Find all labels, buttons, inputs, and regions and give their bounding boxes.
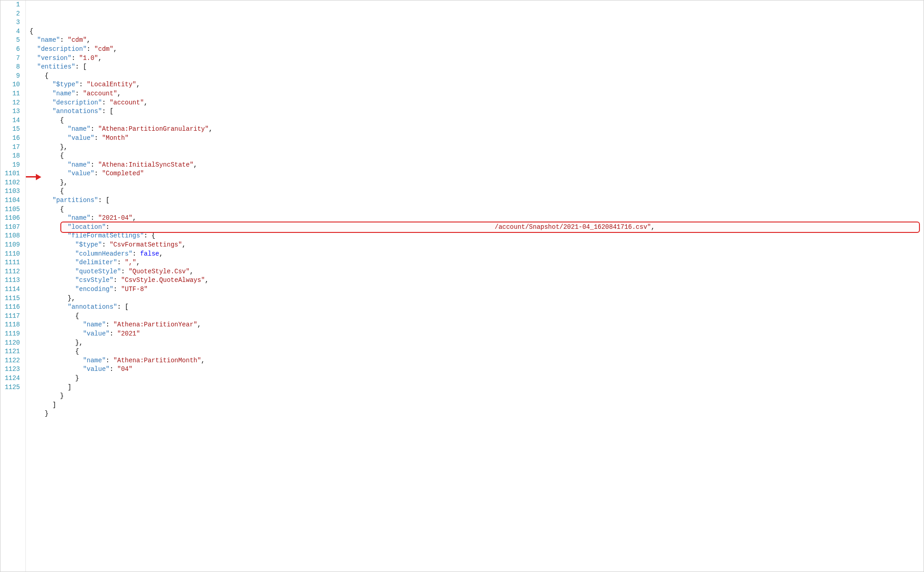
code-line[interactable]: }, bbox=[29, 143, 924, 152]
code-line[interactable]: "annotations": [ bbox=[29, 303, 924, 312]
code-line[interactable]: }, bbox=[29, 294, 924, 303]
code-line[interactable]: { bbox=[29, 205, 924, 214]
token-sp bbox=[29, 161, 68, 168]
token-sp bbox=[29, 108, 52, 115]
token-punc: , bbox=[133, 214, 136, 222]
code-line[interactable]: "name": "Athena:InitialSyncState", bbox=[29, 161, 924, 170]
line-number: 1102 bbox=[4, 178, 20, 187]
code-line[interactable]: "value": "2021" bbox=[29, 330, 924, 339]
token-sp bbox=[29, 134, 68, 142]
code-line[interactable]: ] bbox=[29, 401, 924, 410]
code-line[interactable]: { bbox=[29, 312, 924, 321]
line-number: 1113 bbox=[4, 276, 20, 285]
code-line[interactable]: "partitions": [ bbox=[29, 196, 924, 205]
token-sp bbox=[29, 357, 83, 364]
code-line[interactable]: "description": "account", bbox=[29, 99, 924, 108]
token-punc: : bbox=[102, 241, 110, 248]
token-punc: , bbox=[136, 81, 140, 88]
code-line[interactable]: { bbox=[29, 187, 924, 196]
code-line[interactable]: "location": /account/Snapshot/2021-04_16… bbox=[29, 223, 924, 232]
code-content[interactable]: { "name": "cdm", "description": "cdm", "… bbox=[26, 0, 924, 572]
line-number: 1 bbox=[4, 0, 20, 10]
token-key: "name" bbox=[68, 125, 90, 133]
code-editor[interactable]: 1234567891011121314151617181911011102110… bbox=[0, 0, 924, 572]
token-sp bbox=[29, 63, 37, 70]
token-key: "annotations" bbox=[52, 108, 102, 115]
line-number: 1115 bbox=[4, 294, 20, 303]
code-line[interactable]: "$type": "CsvFormatSettings", bbox=[29, 241, 924, 250]
line-number: 17 bbox=[4, 143, 20, 152]
token-sp bbox=[29, 348, 75, 355]
token-punc: : bbox=[106, 357, 113, 364]
line-number: 14 bbox=[4, 116, 20, 125]
code-line[interactable]: }, bbox=[29, 178, 924, 187]
code-line[interactable]: "annotations": [ bbox=[29, 107, 924, 116]
token-sp bbox=[29, 187, 60, 195]
code-line[interactable]: { bbox=[29, 116, 924, 125]
token-punc: } bbox=[60, 392, 64, 399]
code-line[interactable]: "delimiter": ",", bbox=[29, 258, 924, 267]
token-punc: { bbox=[29, 28, 33, 35]
code-line[interactable]: ] bbox=[29, 383, 924, 392]
token-key: "quoteStyle" bbox=[75, 268, 121, 275]
code-line[interactable]: { bbox=[29, 27, 924, 36]
code-line[interactable]: "columnHeaders": false, bbox=[29, 250, 924, 259]
line-number: 15 bbox=[4, 125, 20, 134]
code-line[interactable]: { bbox=[29, 72, 924, 81]
token-sp bbox=[29, 410, 45, 417]
code-line[interactable]: { bbox=[29, 152, 924, 161]
token-str: /account/Snapshot/2021-04_1620841716.csv… bbox=[495, 223, 651, 231]
code-line[interactable]: "name": "account", bbox=[29, 89, 924, 99]
token-punc: : bbox=[106, 321, 113, 328]
token-str: "cdm" bbox=[68, 36, 87, 44]
token-key: "csvStyle" bbox=[75, 276, 113, 284]
token-punc: { bbox=[60, 152, 64, 159]
token-punc: , bbox=[651, 223, 654, 231]
code-line[interactable]: { bbox=[29, 347, 924, 356]
line-number: 1109 bbox=[4, 241, 20, 250]
code-line[interactable]: "name": "2021-04", bbox=[29, 214, 924, 223]
code-line[interactable]: "entities": [ bbox=[29, 63, 924, 72]
line-number: 7 bbox=[4, 54, 20, 63]
line-number: 1106 bbox=[4, 214, 20, 223]
token-sp bbox=[29, 197, 52, 204]
token-sp bbox=[29, 45, 37, 53]
token-key: "entities" bbox=[37, 63, 75, 70]
code-line[interactable]: "name": "cdm", bbox=[29, 36, 924, 45]
code-line[interactable]: "name": "Athena:PartitionMonth", bbox=[29, 356, 924, 365]
code-line[interactable]: "csvStyle": "CsvStyle.QuoteAlways", bbox=[29, 276, 924, 285]
token-punc: , bbox=[197, 321, 201, 328]
code-line[interactable]: "value": "Month" bbox=[29, 134, 924, 143]
token-punc: { bbox=[60, 117, 64, 124]
token-punc: : bbox=[94, 134, 102, 142]
token-key: "name" bbox=[83, 321, 106, 328]
token-punc: , bbox=[98, 54, 102, 62]
line-number: 3 bbox=[4, 18, 20, 27]
token-punc: : bbox=[79, 81, 87, 88]
line-number: 1121 bbox=[4, 347, 20, 356]
code-line[interactable]: "name": "Athena:PartitionGranularity", bbox=[29, 125, 924, 134]
token-punc: : bbox=[75, 90, 83, 97]
line-number: 12 bbox=[4, 99, 20, 108]
line-number: 18 bbox=[4, 152, 20, 161]
code-line[interactable]: "description": "cdm", bbox=[29, 45, 924, 54]
line-number: 1117 bbox=[4, 312, 20, 321]
code-line[interactable]: }, bbox=[29, 339, 924, 348]
code-line[interactable]: "value": "04" bbox=[29, 365, 924, 374]
code-line[interactable]: "value": "Completed" bbox=[29, 169, 924, 178]
token-punc: } bbox=[45, 410, 49, 417]
code-line[interactable]: "$type": "LocalEntity", bbox=[29, 80, 924, 89]
token-key: "name" bbox=[83, 357, 106, 364]
token-key: "name" bbox=[52, 90, 75, 97]
code-line[interactable]: "quoteStyle": "QuoteStyle.Csv", bbox=[29, 267, 924, 276]
code-line[interactable]: "version": "1.0", bbox=[29, 54, 924, 63]
code-line[interactable]: } bbox=[29, 374, 924, 383]
token-punc: : bbox=[60, 36, 68, 44]
code-line[interactable]: } bbox=[29, 409, 924, 419]
code-line[interactable]: "encoding": "UTF-8" bbox=[29, 285, 924, 294]
token-sp bbox=[29, 170, 68, 177]
code-line[interactable]: "fileFormatSettings": { bbox=[29, 232, 924, 241]
code-line[interactable]: "name": "Athena:PartitionYear", bbox=[29, 321, 924, 330]
code-line[interactable]: } bbox=[29, 392, 924, 401]
line-number: 1116 bbox=[4, 303, 20, 312]
